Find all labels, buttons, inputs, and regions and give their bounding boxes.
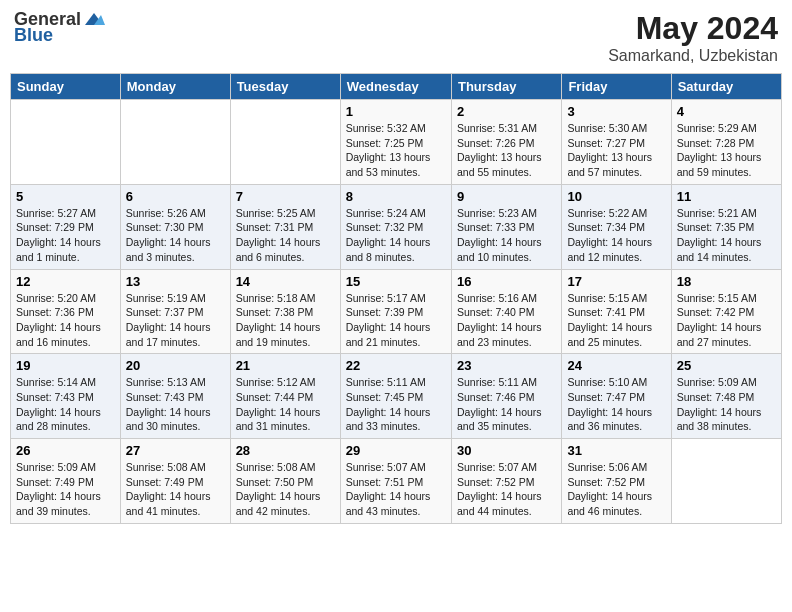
day-number: 19	[16, 358, 115, 373]
week-row-4: 19Sunrise: 5:14 AMSunset: 7:43 PMDayligh…	[11, 354, 782, 439]
page-header: General Blue May 2024 Samarkand, Uzbekis…	[10, 10, 782, 65]
day-info: Sunrise: 5:14 AMSunset: 7:43 PMDaylight:…	[16, 375, 115, 434]
day-number: 24	[567, 358, 665, 373]
day-info: Sunrise: 5:07 AMSunset: 7:52 PMDaylight:…	[457, 460, 556, 519]
calendar-cell: 1Sunrise: 5:32 AMSunset: 7:25 PMDaylight…	[340, 100, 451, 185]
day-info: Sunrise: 5:23 AMSunset: 7:33 PMDaylight:…	[457, 206, 556, 265]
calendar-cell: 9Sunrise: 5:23 AMSunset: 7:33 PMDaylight…	[451, 184, 561, 269]
day-number: 8	[346, 189, 446, 204]
location-text: Samarkand, Uzbekistan	[608, 47, 778, 65]
calendar-cell: 8Sunrise: 5:24 AMSunset: 7:32 PMDaylight…	[340, 184, 451, 269]
day-number: 15	[346, 274, 446, 289]
calendar-cell: 2Sunrise: 5:31 AMSunset: 7:26 PMDaylight…	[451, 100, 561, 185]
day-info: Sunrise: 5:25 AMSunset: 7:31 PMDaylight:…	[236, 206, 335, 265]
day-number: 18	[677, 274, 776, 289]
day-info: Sunrise: 5:18 AMSunset: 7:38 PMDaylight:…	[236, 291, 335, 350]
calendar-cell: 23Sunrise: 5:11 AMSunset: 7:46 PMDayligh…	[451, 354, 561, 439]
calendar-cell: 24Sunrise: 5:10 AMSunset: 7:47 PMDayligh…	[562, 354, 671, 439]
calendar-cell: 25Sunrise: 5:09 AMSunset: 7:48 PMDayligh…	[671, 354, 781, 439]
day-number: 7	[236, 189, 335, 204]
day-number: 6	[126, 189, 225, 204]
title-area: May 2024 Samarkand, Uzbekistan	[608, 10, 778, 65]
header-cell-saturday: Saturday	[671, 74, 781, 100]
day-number: 11	[677, 189, 776, 204]
header-cell-sunday: Sunday	[11, 74, 121, 100]
calendar-cell: 3Sunrise: 5:30 AMSunset: 7:27 PMDaylight…	[562, 100, 671, 185]
day-info: Sunrise: 5:06 AMSunset: 7:52 PMDaylight:…	[567, 460, 665, 519]
week-row-2: 5Sunrise: 5:27 AMSunset: 7:29 PMDaylight…	[11, 184, 782, 269]
day-info: Sunrise: 5:08 AMSunset: 7:49 PMDaylight:…	[126, 460, 225, 519]
day-number: 10	[567, 189, 665, 204]
day-info: Sunrise: 5:12 AMSunset: 7:44 PMDaylight:…	[236, 375, 335, 434]
day-number: 27	[126, 443, 225, 458]
calendar-cell: 16Sunrise: 5:16 AMSunset: 7:40 PMDayligh…	[451, 269, 561, 354]
day-number: 20	[126, 358, 225, 373]
calendar-cell: 21Sunrise: 5:12 AMSunset: 7:44 PMDayligh…	[230, 354, 340, 439]
calendar-cell: 26Sunrise: 5:09 AMSunset: 7:49 PMDayligh…	[11, 439, 121, 524]
week-row-5: 26Sunrise: 5:09 AMSunset: 7:49 PMDayligh…	[11, 439, 782, 524]
calendar-cell	[230, 100, 340, 185]
day-number: 17	[567, 274, 665, 289]
week-row-3: 12Sunrise: 5:20 AMSunset: 7:36 PMDayligh…	[11, 269, 782, 354]
header-cell-friday: Friday	[562, 74, 671, 100]
day-info: Sunrise: 5:29 AMSunset: 7:28 PMDaylight:…	[677, 121, 776, 180]
calendar-cell: 10Sunrise: 5:22 AMSunset: 7:34 PMDayligh…	[562, 184, 671, 269]
calendar-cell: 22Sunrise: 5:11 AMSunset: 7:45 PMDayligh…	[340, 354, 451, 439]
header-row: SundayMondayTuesdayWednesdayThursdayFrid…	[11, 74, 782, 100]
day-number: 21	[236, 358, 335, 373]
day-info: Sunrise: 5:09 AMSunset: 7:49 PMDaylight:…	[16, 460, 115, 519]
calendar-cell: 12Sunrise: 5:20 AMSunset: 7:36 PMDayligh…	[11, 269, 121, 354]
day-info: Sunrise: 5:21 AMSunset: 7:35 PMDaylight:…	[677, 206, 776, 265]
day-info: Sunrise: 5:13 AMSunset: 7:43 PMDaylight:…	[126, 375, 225, 434]
calendar-cell: 30Sunrise: 5:07 AMSunset: 7:52 PMDayligh…	[451, 439, 561, 524]
day-info: Sunrise: 5:15 AMSunset: 7:42 PMDaylight:…	[677, 291, 776, 350]
day-number: 5	[16, 189, 115, 204]
day-info: Sunrise: 5:20 AMSunset: 7:36 PMDaylight:…	[16, 291, 115, 350]
day-info: Sunrise: 5:19 AMSunset: 7:37 PMDaylight:…	[126, 291, 225, 350]
day-info: Sunrise: 5:11 AMSunset: 7:46 PMDaylight:…	[457, 375, 556, 434]
calendar-cell: 6Sunrise: 5:26 AMSunset: 7:30 PMDaylight…	[120, 184, 230, 269]
day-number: 14	[236, 274, 335, 289]
day-info: Sunrise: 5:30 AMSunset: 7:27 PMDaylight:…	[567, 121, 665, 180]
day-number: 2	[457, 104, 556, 119]
day-info: Sunrise: 5:24 AMSunset: 7:32 PMDaylight:…	[346, 206, 446, 265]
day-info: Sunrise: 5:32 AMSunset: 7:25 PMDaylight:…	[346, 121, 446, 180]
week-row-1: 1Sunrise: 5:32 AMSunset: 7:25 PMDaylight…	[11, 100, 782, 185]
calendar-cell	[11, 100, 121, 185]
calendar-cell	[120, 100, 230, 185]
calendar-cell: 14Sunrise: 5:18 AMSunset: 7:38 PMDayligh…	[230, 269, 340, 354]
calendar-cell: 31Sunrise: 5:06 AMSunset: 7:52 PMDayligh…	[562, 439, 671, 524]
day-info: Sunrise: 5:09 AMSunset: 7:48 PMDaylight:…	[677, 375, 776, 434]
calendar-cell: 15Sunrise: 5:17 AMSunset: 7:39 PMDayligh…	[340, 269, 451, 354]
calendar-cell: 5Sunrise: 5:27 AMSunset: 7:29 PMDaylight…	[11, 184, 121, 269]
day-number: 23	[457, 358, 556, 373]
day-number: 28	[236, 443, 335, 458]
month-year-title: May 2024	[608, 10, 778, 47]
day-number: 12	[16, 274, 115, 289]
day-number: 30	[457, 443, 556, 458]
calendar-table: SundayMondayTuesdayWednesdayThursdayFrid…	[10, 73, 782, 524]
day-info: Sunrise: 5:22 AMSunset: 7:34 PMDaylight:…	[567, 206, 665, 265]
header-cell-thursday: Thursday	[451, 74, 561, 100]
day-info: Sunrise: 5:08 AMSunset: 7:50 PMDaylight:…	[236, 460, 335, 519]
day-info: Sunrise: 5:11 AMSunset: 7:45 PMDaylight:…	[346, 375, 446, 434]
logo-icon	[83, 11, 105, 27]
day-info: Sunrise: 5:10 AMSunset: 7:47 PMDaylight:…	[567, 375, 665, 434]
day-number: 22	[346, 358, 446, 373]
day-info: Sunrise: 5:15 AMSunset: 7:41 PMDaylight:…	[567, 291, 665, 350]
calendar-cell: 11Sunrise: 5:21 AMSunset: 7:35 PMDayligh…	[671, 184, 781, 269]
day-number: 13	[126, 274, 225, 289]
day-number: 16	[457, 274, 556, 289]
day-number: 4	[677, 104, 776, 119]
day-info: Sunrise: 5:27 AMSunset: 7:29 PMDaylight:…	[16, 206, 115, 265]
day-number: 3	[567, 104, 665, 119]
logo-blue-text: Blue	[14, 26, 53, 44]
calendar-cell: 28Sunrise: 5:08 AMSunset: 7:50 PMDayligh…	[230, 439, 340, 524]
calendar-cell: 17Sunrise: 5:15 AMSunset: 7:41 PMDayligh…	[562, 269, 671, 354]
day-info: Sunrise: 5:31 AMSunset: 7:26 PMDaylight:…	[457, 121, 556, 180]
day-number: 31	[567, 443, 665, 458]
day-info: Sunrise: 5:17 AMSunset: 7:39 PMDaylight:…	[346, 291, 446, 350]
header-cell-tuesday: Tuesday	[230, 74, 340, 100]
header-cell-monday: Monday	[120, 74, 230, 100]
day-number: 9	[457, 189, 556, 204]
